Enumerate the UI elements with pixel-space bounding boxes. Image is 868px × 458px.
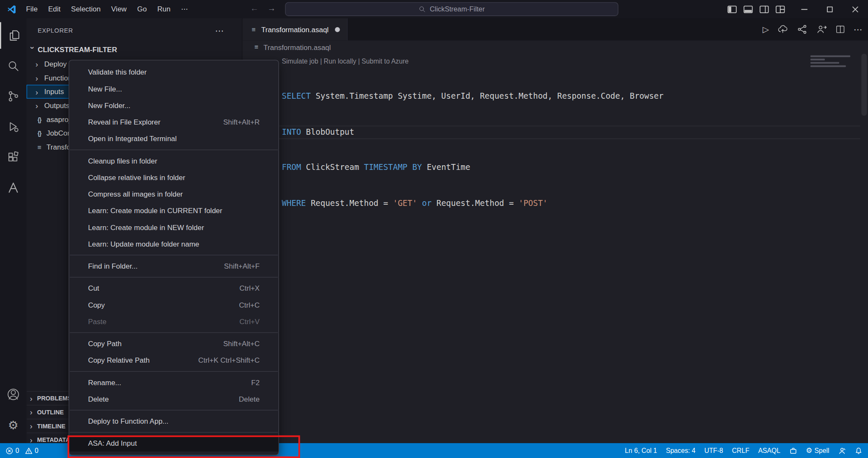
back-icon[interactable]: ← (250, 3, 259, 13)
context-menu-item-learn-new[interactable]: Learn: Create module in NEW folder (69, 219, 278, 235)
breadcrumb-item[interactable]: Transformation.asaql (263, 43, 331, 51)
context-menu-item-deploy-function-app[interactable]: Deploy to Function App... (69, 413, 278, 429)
chevron-down-icon: › (29, 47, 36, 52)
menu-edit[interactable]: Edit (43, 3, 66, 16)
forward-icon[interactable]: → (267, 3, 276, 13)
menu-separator (70, 277, 278, 277)
status-extension-icon[interactable] (789, 447, 797, 454)
context-menu-item-reveal[interactable]: Reveal in File ExplorerShift+Alt+R (69, 114, 278, 130)
chevron-right-icon: › (36, 88, 41, 95)
context-menu-item-compress-images[interactable]: Compress all images in folder (69, 186, 278, 202)
context-menu-item-copy-relative-path[interactable]: Copy Relative PathCtrl+K Ctrl+Shift+C (69, 352, 278, 368)
account-icon[interactable] (0, 381, 27, 408)
toggle-panel-icon[interactable] (744, 5, 753, 13)
cloud-upload-icon[interactable] (777, 24, 788, 35)
current-line-highlight (243, 126, 860, 139)
chevron-right-icon: › (30, 394, 36, 402)
status-problems[interactable]: 0 0 (6, 447, 39, 454)
chevron-right-icon: › (36, 74, 41, 82)
status-language[interactable]: ASAQL (758, 447, 780, 454)
context-menu-item-copy[interactable]: CopyCtrl+C (69, 296, 278, 313)
code-line: WHERE Request.Method = 'GET' or Request.… (282, 197, 663, 209)
run-query-icon[interactable]: ▷ (763, 25, 769, 35)
status-indentation[interactable]: Spaces: 4 (666, 447, 696, 454)
azure-icon[interactable] (0, 175, 27, 201)
toggle-sidebar-icon[interactable] (727, 5, 737, 13)
titlebar: File Edit Selection View Go Run ⋯ ← → Cl… (0, 0, 868, 18)
run-debug-icon[interactable] (0, 114, 27, 140)
menubar: File Edit Selection View Go Run ⋯ (21, 3, 194, 16)
menu-selection[interactable]: Selection (66, 3, 105, 16)
chevron-right-icon: › (30, 408, 36, 416)
layout-controls (727, 0, 785, 18)
warning-icon (25, 447, 32, 454)
vscode-window: File Edit Selection View Go Run ⋯ ← → Cl… (0, 0, 868, 458)
chevron-right-icon: › (30, 422, 36, 430)
menu-separator (70, 371, 278, 371)
minimap[interactable] (810, 56, 859, 69)
status-cursor-position[interactable]: Ln 6, Col 1 (625, 447, 657, 454)
more-actions-icon[interactable]: ⋯ (854, 24, 862, 35)
code-lines: SELECT System.Timestamp Systime, UserId,… (282, 67, 663, 233)
context-menu-item-rename[interactable]: Rename...F2 (69, 374, 278, 390)
error-icon (6, 447, 13, 454)
code-line: SELECT System.Timestamp Systime, UserId,… (282, 90, 663, 102)
status-eol[interactable]: CRLF (732, 447, 749, 454)
context-menu-item-collapse-links[interactable]: Collapse relative links in folder (69, 169, 278, 186)
context-menu-item-delete[interactable]: DeleteDelete (69, 391, 278, 407)
status-spell-checker[interactable]: ⚙ Spell (806, 447, 829, 455)
split-editor-icon[interactable] (835, 25, 846, 35)
code-line: FROM ClickStream TIMESTAMP BY EventTime (282, 162, 663, 174)
status-person-icon[interactable] (838, 447, 846, 454)
json-file-icon: {} (36, 116, 43, 123)
extensions-icon[interactable] (0, 144, 27, 171)
search-value: ClickStream-Filter (430, 5, 485, 13)
status-encoding[interactable]: UTF-8 (704, 447, 723, 454)
tab-transformation[interactable]: ≡ Transformation.asaql (243, 18, 348, 40)
context-menu-item-learn-current[interactable]: Learn: Create module in CURRENT folder (69, 202, 278, 219)
tab-bar: ≡ Transformation.asaql ▷ ⋯ (243, 18, 868, 40)
menu-go[interactable]: Go (132, 3, 152, 16)
menu-file[interactable]: File (21, 3, 43, 16)
file-icon: ≡ (252, 43, 260, 51)
dirty-indicator-icon (335, 27, 340, 32)
context-menu-item-new-folder[interactable]: New Folder... (69, 97, 278, 114)
hierarchy-icon[interactable] (796, 24, 807, 35)
menu-separator (70, 410, 278, 410)
editor-group: ≡ Transformation.asaql ▷ ⋯ ≡ Transformat… (243, 18, 868, 443)
search-sidebar-icon[interactable] (0, 53, 27, 79)
close-button[interactable] (843, 0, 868, 18)
context-menu: Validate this folder New File... New Fol… (69, 60, 279, 455)
chevron-right-icon: › (36, 102, 41, 109)
search-box[interactable]: ClickStream-Filter (285, 2, 618, 16)
context-menu-item-cleanup[interactable]: Cleanup files in folder (69, 153, 278, 169)
context-menu-item-cut[interactable]: CutCtrl+X (69, 280, 278, 296)
explorer-icon[interactable] (0, 22, 28, 49)
settings-gear-icon[interactable]: ⚙ (0, 411, 27, 438)
live-share-icon[interactable] (816, 24, 827, 35)
notifications-bell-icon[interactable] (855, 447, 862, 454)
context-menu-item-open-terminal[interactable]: Open in Integrated Terminal (69, 130, 278, 147)
context-menu-item-find-in-folder[interactable]: Find in Folder...Shift+Alt+F (69, 258, 278, 274)
maximize-button[interactable] (817, 0, 843, 18)
code-editor[interactable]: Simulate job | Run locally | Submit to A… (243, 54, 868, 443)
scrollbar[interactable] (860, 54, 868, 443)
menu-more-icon[interactable]: ⋯ (176, 3, 194, 16)
context-menu-item-learn-update[interactable]: Learn: Update module folder name (69, 236, 278, 252)
source-control-icon[interactable] (0, 83, 27, 110)
menu-separator (70, 332, 278, 333)
menu-view[interactable]: View (106, 3, 132, 16)
toggle-secondary-sidebar-icon[interactable] (760, 5, 769, 13)
menu-run[interactable]: Run (152, 3, 176, 16)
customize-layout-icon[interactable] (776, 5, 785, 13)
breadcrumb: ≡ Transformation.asaql (243, 40, 868, 53)
context-menu-item-validate-folder[interactable]: Validate this folder (69, 64, 278, 80)
codelens-actions[interactable]: Simulate job | Run locally | Submit to A… (282, 58, 408, 65)
context-menu-item-copy-path[interactable]: Copy PathShift+Alt+C (69, 335, 278, 352)
minimize-button[interactable] (792, 0, 817, 18)
explorer-more-icon[interactable]: ⋯ (215, 25, 224, 36)
explorer-root-folder[interactable]: › CLICKSTREAM-FILTER (27, 43, 242, 56)
context-menu-item-new-file[interactable]: New File... (69, 80, 278, 97)
chevron-right-icon: › (30, 436, 36, 443)
search-icon (419, 6, 426, 13)
